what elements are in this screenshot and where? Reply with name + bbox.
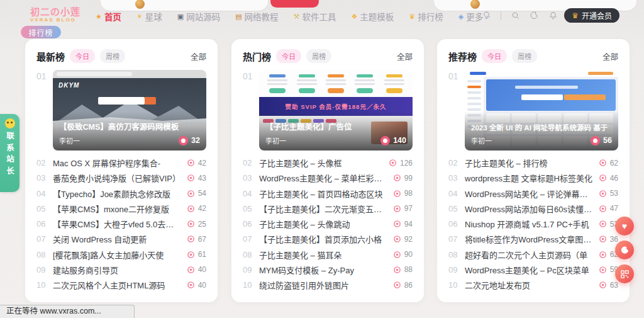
rank: 02	[36, 158, 53, 168]
rank: 10	[36, 280, 53, 290]
item-title: WordPress网站美化 – 评论弹幕气泡	[465, 188, 599, 200]
list-item[interactable]: 03wordpress主题 文章标题H标签美化46	[448, 172, 618, 184]
crown-icon: ♛	[572, 11, 579, 20]
featured-thumbnail[interactable]: 赞助 SVIP 会员-仅需188元／永久 【子比主题美化】广告位 李初一 140	[259, 70, 413, 150]
list-item[interactable]: 05【苹果CMS】mxone二开修复版42	[36, 203, 206, 215]
list-item[interactable]: 02Mac OS X 屏幕保护程序集合-42	[36, 157, 206, 169]
item-title: WordPress网站添加每日60s读懂世界	[465, 203, 599, 215]
bulb-icon[interactable]	[482, 11, 491, 20]
nav-item-planet[interactable]: ☀星球	[136, 10, 162, 23]
ranking-card-hot: 热门榜 今日 周榜 全部 01 赞助 SVIP 会员-仅需188元／永久	[231, 39, 424, 302]
list-item[interactable]: 07关闭 WordPress 自动更新67	[36, 233, 206, 245]
all-link[interactable]: 全部	[397, 50, 413, 62]
list-item[interactable]: 04WordPress网站美化 – 评论弹幕气泡53	[448, 188, 618, 200]
view-count: 61	[187, 250, 206, 259]
item-title: 【子比主题美化】二次元渐变五格模	[259, 203, 393, 215]
item-title: WordPress主题美化 – Pc区块菜单	[465, 264, 599, 276]
nav-item-templates[interactable]: ❖主题模板	[351, 10, 394, 23]
item-title: 建站服务商引导页	[53, 264, 187, 276]
view-count: 47	[599, 204, 618, 213]
tab-week[interactable]: 周榜	[512, 49, 537, 63]
views-icon	[187, 159, 195, 167]
nav-item-home[interactable]: ★首页	[96, 10, 121, 23]
list-item[interactable]: 08超好看的二次元个人主页源码（单62	[448, 249, 618, 261]
search-icon[interactable]	[511, 11, 520, 20]
list-item[interactable]: 08子比主题美化 – 猫耳朵90	[243, 249, 413, 261]
thumb-overlay: 【极致CMS】高仿刀客源码网模板 李初一 32	[53, 111, 206, 150]
all-link[interactable]: 全部	[191, 50, 206, 62]
site-logo[interactable]: 初二の小莲 VXRAS BLOG	[30, 7, 80, 23]
rank: 03	[243, 173, 259, 183]
list-item[interactable]: 05WordPress网站添加每日60s读懂世界47	[448, 203, 618, 215]
rank: 03	[36, 173, 53, 183]
nav-item-tutorials[interactable]: ▤网络教程	[235, 10, 278, 23]
rank: 09	[36, 265, 53, 275]
views-icon	[187, 205, 195, 213]
list-item[interactable]: 06Niushop 开源商城 v5.1.7 PC+手机53	[448, 218, 618, 230]
customer-service-icon	[5, 118, 15, 128]
list-item[interactable]: 07将title标签作为WordPress文章图片的36	[448, 233, 618, 245]
list-item[interactable]: 05【子比主题美化】二次元渐变五格模97	[243, 203, 413, 215]
list-item[interactable]: 08[樱花飘落]路人女主加藤小天使61	[36, 249, 206, 261]
tab-week[interactable]: 周榜	[306, 49, 331, 63]
list-item[interactable]: 02子比主题美化 – 排行榜62	[448, 157, 618, 169]
list-item[interactable]: 06【苹果CMS】大橙子vfed 5.0去授权25	[36, 218, 206, 230]
contact-webmaster-tab[interactable]: 联系站长	[0, 114, 19, 192]
list-item[interactable]: 10二次元地址发布页63	[448, 279, 618, 291]
like-button[interactable]: ♥	[615, 217, 634, 236]
nav-item-ranking[interactable]: ♛排行榜	[409, 10, 443, 23]
list-item[interactable]: 03WordPress主题美化 – 菜单栏彩色角99	[243, 172, 413, 184]
tab-week[interactable]: 周榜	[100, 49, 125, 63]
ranking-list: 02子比主题美化 – 排行榜6203wordpress主题 文章标题H标签美化4…	[448, 157, 618, 291]
rank: 02	[243, 158, 259, 168]
view-count: 42	[187, 159, 206, 168]
ranking-icon: ♛	[409, 13, 415, 21]
rank: 05	[243, 204, 259, 213]
views-icon	[599, 281, 607, 289]
dark-mode-button[interactable]	[615, 241, 634, 259]
list-item[interactable]: 09WordPress主题美化 – Pc区块菜单59	[448, 264, 618, 276]
nav-item-tools[interactable]: ⚒软件工具	[294, 10, 336, 23]
vip-button[interactable]: ♛ 开通会员	[564, 8, 619, 23]
featured-views: 140	[380, 136, 406, 145]
thumb-search-bar	[98, 97, 145, 105]
view-count: 88	[393, 265, 413, 274]
page: 初二の小莲 VXRAS BLOG ★首页☀星球▣网站源码▤网络教程⚒软件工具❖主…	[0, 0, 644, 318]
view-count: 40	[187, 265, 206, 274]
tab-today[interactable]: 今日	[70, 49, 95, 63]
list-item[interactable]: 02子比主题美化 – 头像框126	[243, 157, 413, 169]
tab-today[interactable]: 今日	[276, 49, 301, 63]
view-count: 94	[393, 220, 413, 229]
views-icon	[393, 281, 401, 289]
list-item[interactable]: 09MYM码支付模板 – Zy-Pay88	[243, 264, 413, 276]
featured-thumbnail[interactable]: DKYM 【极致CMS】高仿刀客源码网模板 李初一	[53, 70, 206, 150]
top-card-fragment	[101, 0, 268, 11]
list-item[interactable]: 10二次元风格个人主页HTML源码40	[36, 279, 206, 291]
rank: 08	[243, 250, 259, 259]
featured-item: 01 DKYM 【极致CMS】高仿刀客源码网模板	[36, 70, 206, 150]
views-icon	[599, 266, 607, 274]
list-item[interactable]: 04【Typecho】Joe素颜执念修改版54	[36, 188, 206, 200]
top-red-button-fragment[interactable]	[270, 0, 319, 8]
nav-item-source[interactable]: ▣网站源码	[177, 10, 220, 23]
featured-thumbnail[interactable]: 2023 全新 UI 的 AI 网址导航系统源码 基于 李初一 56	[465, 70, 618, 150]
item-title: 关闭 WordPress 自动更新	[53, 233, 187, 245]
browser-bar	[53, 70, 206, 78]
list-item[interactable]: 09建站服务商引导页40	[36, 264, 206, 276]
all-link[interactable]: 全部	[602, 50, 618, 62]
tab-today[interactable]: 今日	[482, 49, 507, 63]
list-item[interactable]: 10绕过防盗链引用外链图片86	[243, 279, 413, 291]
templates-icon: ❖	[351, 13, 357, 21]
moon-icon[interactable]	[530, 11, 539, 20]
view-count: 63	[599, 281, 618, 290]
bell-icon[interactable]	[548, 11, 558, 20]
list-item[interactable]: 07【子比主题美化】首页添加六小格92	[243, 233, 413, 245]
list-item[interactable]: 06子比主题美化 – 头像跳动94	[243, 218, 413, 230]
qr-code-button[interactable]	[615, 264, 634, 283]
logo-title: 初二の小莲	[30, 7, 80, 18]
thumb-pricing-columns	[259, 70, 413, 93]
views-icon	[393, 235, 401, 243]
main-nav: ★首页☀星球▣网站源码▤网络教程⚒软件工具❖主题模板♛排行榜◈更多⌄	[96, 10, 491, 23]
list-item[interactable]: 03番茄免费小说纯净版（已解锁VIP）43	[36, 172, 206, 184]
list-item[interactable]: 04子比主题美化 – 首页四格动态区块98	[243, 188, 413, 200]
